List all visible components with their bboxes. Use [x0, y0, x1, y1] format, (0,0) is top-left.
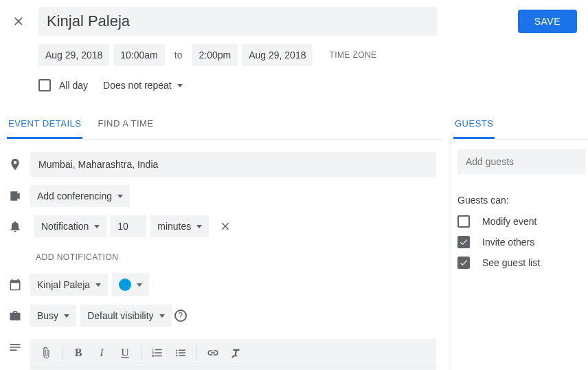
invite-others-label: Invite others — [482, 237, 534, 248]
description-textarea[interactable]: Valentines Cake, Valentines Cake(QTY: 1)… — [30, 367, 436, 370]
add-notification-button[interactable]: ADD NOTIFICATION — [0, 241, 450, 269]
end-time-picker[interactable]: 2:00pm — [192, 44, 238, 66]
end-date-picker[interactable]: Aug 29, 2018 — [242, 44, 313, 66]
clear-formatting-button[interactable] — [226, 343, 247, 362]
chevron-down-icon — [159, 314, 165, 318]
modify-event-checkbox[interactable] — [457, 215, 470, 228]
tab-event-details[interactable]: EVENT DETAILS — [7, 118, 82, 139]
calendar-color-dropdown[interactable] — [112, 273, 149, 296]
save-button[interactable]: SAVE — [518, 10, 577, 33]
toolbar-separator — [141, 346, 142, 360]
notification-type-dropdown[interactable]: Notification — [34, 215, 106, 237]
help-icon[interactable]: ? — [174, 309, 187, 322]
conferencing-icon — [0, 189, 30, 203]
recurrence-dropdown[interactable]: Does not repeat — [96, 74, 190, 96]
see-guest-list-checkbox[interactable] — [457, 257, 470, 269]
notification-value-input[interactable] — [111, 215, 146, 237]
bulleted-list-button[interactable] — [170, 343, 191, 362]
close-icon[interactable] — [11, 14, 26, 29]
guests-permissions-title: Guests can: — [457, 195, 588, 206]
start-time-picker[interactable]: 10:00am — [113, 44, 164, 66]
modify-event-label: Modify event — [482, 216, 536, 227]
to-label: to — [169, 44, 188, 66]
calendar-owner-value: Kinjal Paleja — [37, 279, 90, 290]
visibility-dropdown[interactable]: Default visibility — [80, 305, 171, 327]
bell-icon — [0, 219, 30, 233]
chevron-down-icon — [177, 84, 183, 87]
chevron-down-icon — [196, 225, 202, 228]
notification-type-value: Notification — [41, 221, 89, 232]
invite-others-checkbox[interactable] — [457, 236, 470, 248]
add-guests-input[interactable] — [457, 149, 585, 174]
location-input[interactable] — [30, 152, 436, 177]
calendar-icon — [0, 278, 30, 292]
see-guest-list-label: See guest list — [482, 257, 540, 268]
tab-guests[interactable]: GUESTS — [453, 118, 495, 139]
chevron-down-icon — [117, 195, 123, 198]
event-title-input[interactable] — [38, 7, 437, 36]
chevron-down-icon — [64, 314, 69, 318]
notification-unit-dropdown[interactable]: minutes — [150, 215, 209, 237]
all-day-label: All day — [59, 80, 88, 91]
toolbar-separator — [196, 346, 197, 360]
recurrence-value: Does not repeat — [103, 80, 172, 91]
notification-unit-value: minutes — [157, 221, 191, 232]
location-icon — [0, 157, 30, 171]
chevron-down-icon — [137, 283, 142, 287]
add-conferencing-dropdown[interactable]: Add conferencing — [30, 185, 130, 207]
remove-notification-button[interactable] — [217, 218, 234, 235]
chevron-down-icon — [94, 225, 100, 228]
all-day-checkbox[interactable] — [38, 79, 51, 91]
attachment-button[interactable] — [36, 343, 56, 362]
visibility-value: Default visibility — [87, 310, 153, 321]
bold-button[interactable]: B — [68, 343, 89, 362]
timezone-button[interactable]: TIME ZONE — [317, 45, 389, 65]
underline-button[interactable]: U — [115, 343, 135, 362]
description-icon — [0, 335, 30, 354]
start-date-picker[interactable]: Aug 29, 2018 — [38, 44, 109, 66]
color-dot — [119, 279, 131, 291]
tab-find-a-time[interactable]: FIND A TIME — [96, 118, 155, 139]
calendar-owner-dropdown[interactable]: Kinjal Paleja — [30, 274, 108, 296]
italic-button[interactable]: I — [91, 343, 112, 362]
availability-dropdown[interactable]: Busy — [30, 305, 76, 327]
chevron-down-icon — [95, 283, 101, 287]
conferencing-label: Add conferencing — [37, 191, 112, 202]
link-button[interactable] — [203, 343, 223, 362]
toolbar-separator — [62, 346, 63, 360]
briefcase-icon — [0, 309, 30, 323]
availability-value: Busy — [37, 310, 58, 321]
numbered-list-button[interactable] — [147, 343, 168, 362]
